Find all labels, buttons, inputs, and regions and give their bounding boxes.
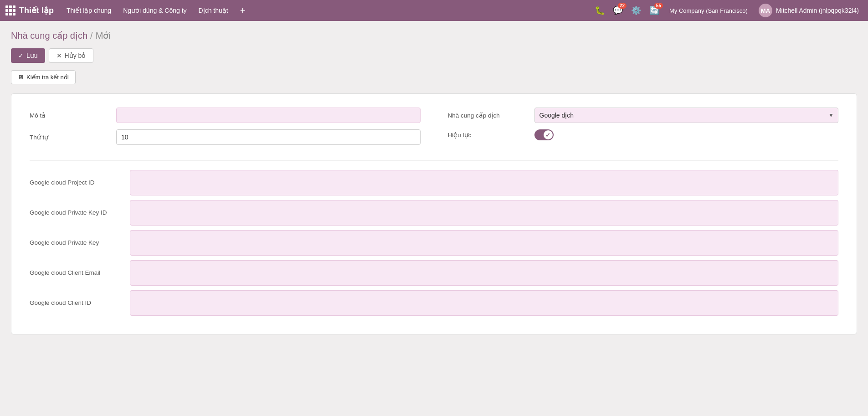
hieu-luc-toggle[interactable]: ✓ xyxy=(534,129,554,140)
monitor-icon: 🖥 xyxy=(18,74,24,81)
google-private-key-label: Google cloud Private Key xyxy=(30,239,130,247)
google-client-id-label: Google cloud Client ID xyxy=(30,299,130,308)
google-client-email-label: Google cloud Client Email xyxy=(30,269,130,277)
add-button[interactable]: + xyxy=(236,4,250,18)
google-project-label: Google cloud Project ID xyxy=(30,179,130,187)
mo-ta-label: Mô tả xyxy=(30,112,116,119)
checkmark-icon: ✓ xyxy=(18,52,24,59)
google-fields: Google cloud Project ID Google cloud Pri… xyxy=(30,170,838,320)
breadcrumb-current: Mới xyxy=(96,30,111,41)
settings-icon-button[interactable]: ⚙️ xyxy=(628,4,644,17)
thu-tu-input[interactable] xyxy=(116,129,421,145)
clock-badge: 55 xyxy=(654,3,663,9)
form-card: Mô tả Thứ tự Nhà cung cấp dịch Google dị… xyxy=(11,93,857,334)
app-logo[interactable]: Thiết lập xyxy=(5,5,54,15)
hieu-luc-label: Hiệu lực xyxy=(448,131,534,139)
gear-icon: ⚙️ xyxy=(631,5,641,15)
google-private-key-id-row: Google cloud Private Key ID xyxy=(30,200,838,226)
grid-icon xyxy=(5,5,15,15)
google-private-key-input[interactable] xyxy=(130,230,838,256)
x-icon: ✕ xyxy=(56,52,62,59)
test-connection-button[interactable]: 🖥 Kiểm tra kết nối xyxy=(11,70,76,84)
check-icon: ✓ xyxy=(545,132,550,139)
chat-icon-button[interactable]: 💬 22 xyxy=(610,4,626,17)
nha-cung-cap-label: Nhà cung cấp dịch xyxy=(448,112,534,119)
nha-cung-cap-row: Nhà cung cấp dịch Google dịch DeepL Micr… xyxy=(448,108,839,123)
thu-tu-row: Thứ tự xyxy=(30,129,421,145)
section-divider xyxy=(30,160,838,161)
avatar: MA xyxy=(759,4,772,17)
menu-item-dich-thuat[interactable]: Dịch thuật xyxy=(193,4,234,17)
breadcrumb-parent[interactable]: Nhà cung cấp dịch xyxy=(11,30,87,41)
breadcrumb: Nhà cung cấp dịch / Mới xyxy=(11,30,857,41)
topnav-icons: 🐛 💬 22 ⚙️ 🔄 55 My Company (San Francisco… xyxy=(592,2,863,19)
clock-icon-button[interactable]: 🔄 55 xyxy=(647,4,662,17)
save-button[interactable]: ✓ Lưu xyxy=(11,48,45,63)
google-private-key-id-label: Google cloud Private Key ID xyxy=(30,209,130,217)
google-client-email-row: Google cloud Client Email xyxy=(30,260,838,286)
topnav-menu: Thiết lập chung Người dùng & Công ty Dịc… xyxy=(61,4,234,17)
google-private-key-row: Google cloud Private Key xyxy=(30,230,838,256)
breadcrumb-separator: / xyxy=(90,31,93,41)
toggle-knob: ✓ xyxy=(544,130,553,139)
google-project-input[interactable] xyxy=(130,170,838,195)
toolbar: 🖥 Kiểm tra kết nối xyxy=(11,70,857,84)
action-buttons: ✓ Lưu ✕ Hủy bỏ xyxy=(11,48,857,63)
nha-cung-cap-select[interactable]: Google dịch DeepL Microsoft Azure Amazon… xyxy=(534,108,839,123)
google-project-row: Google cloud Project ID xyxy=(30,170,838,195)
google-client-id-row: Google cloud Client ID xyxy=(30,290,838,316)
form-top-grid: Mô tả Thứ tự Nhà cung cấp dịch Google dị… xyxy=(30,108,838,151)
hieu-luc-row: Hiệu lực ✓ xyxy=(448,129,839,140)
app-title: Thiết lập xyxy=(19,5,54,15)
mo-ta-input[interactable] xyxy=(116,108,421,123)
mo-ta-row: Mô tả xyxy=(30,108,421,123)
menu-item-nguoi-dung[interactable]: Người dùng & Công ty xyxy=(118,4,192,17)
chat-badge: 22 xyxy=(618,3,627,9)
thu-tu-label: Thứ tự xyxy=(30,134,116,141)
google-client-id-input[interactable] xyxy=(130,290,838,316)
topnav: Thiết lập Thiết lập chung Người dùng & C… xyxy=(0,0,868,21)
nha-cung-cap-select-wrap: Google dịch DeepL Microsoft Azure Amazon… xyxy=(534,108,839,123)
page-content: Nhà cung cấp dịch / Mới ✓ Lưu ✕ Hủy bỏ 🖥… xyxy=(0,21,868,344)
menu-item-thiet-lap-chung[interactable]: Thiết lập chung xyxy=(61,4,117,17)
google-client-email-input[interactable] xyxy=(130,260,838,286)
user-name: Mitchell Admin (jnlpqpqk32l4) xyxy=(776,7,859,14)
cancel-button[interactable]: ✕ Hủy bỏ xyxy=(49,48,94,63)
bug-icon: 🐛 xyxy=(595,5,605,15)
company-name: My Company (San Francisco) xyxy=(665,7,752,14)
hieu-luc-toggle-wrap: ✓ xyxy=(534,129,554,140)
user-menu[interactable]: MA Mitchell Admin (jnlpqpqk32l4) xyxy=(755,2,863,19)
bug-icon-button[interactable]: 🐛 xyxy=(592,4,607,17)
google-private-key-id-input[interactable] xyxy=(130,200,838,226)
